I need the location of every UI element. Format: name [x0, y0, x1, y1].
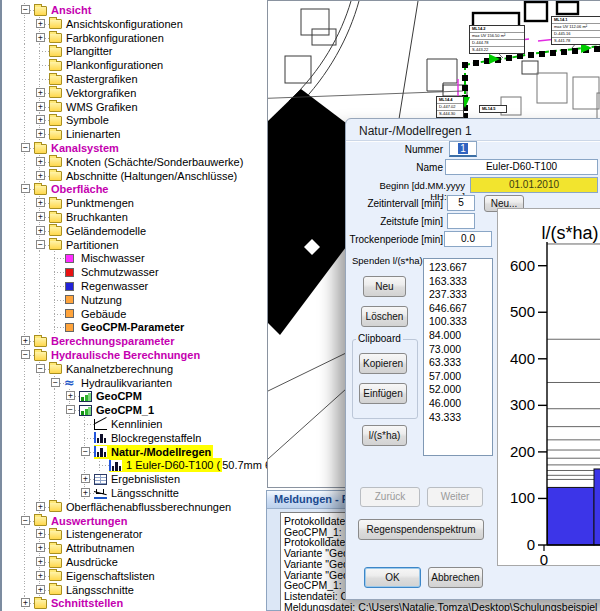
tree-item[interactable]: +Vektorgrafiken	[2, 86, 267, 100]
spenden-value[interactable]: 646.667	[429, 302, 492, 316]
name-field[interactable]: Euler-D60-T100	[445, 159, 598, 175]
tree-item[interactable]: +Ergebnislisten	[2, 472, 267, 486]
unit-button[interactable]: l/(s*ha)	[362, 425, 407, 446]
tree-expander-icon[interactable]: +	[81, 488, 90, 497]
tree-item[interactable]: +Farbkonfigurationen	[2, 31, 267, 45]
tree-expander-icon[interactable]: +	[36, 88, 45, 97]
tree-expander-icon[interactable]: −	[21, 184, 30, 193]
tree-expander-icon[interactable]: +	[36, 226, 45, 235]
tree-expander-icon[interactable]: +	[36, 212, 45, 221]
tree-expander-icon[interactable]: +	[66, 391, 75, 400]
spenden-value[interactable]: 52.000	[429, 383, 492, 397]
tree-expander-icon[interactable]: +	[36, 502, 45, 511]
tree-item[interactable]: +Längsschnitte	[2, 486, 267, 500]
tree-item[interactable]: +Längsschnitte	[2, 583, 267, 597]
spenden-value[interactable]: 100.333	[429, 315, 492, 329]
tree-expander-icon[interactable]: +	[21, 598, 30, 607]
tree-expander-icon[interactable]: −	[21, 5, 30, 14]
tree-item[interactable]: +Attributnamen	[2, 541, 267, 555]
kopieren-button[interactable]: Kopieren	[359, 353, 407, 374]
tree-item[interactable]: Regenwasser	[2, 279, 267, 293]
tree-item[interactable]: +Berechnungsparameter	[2, 334, 267, 348]
spenden-listbox[interactable]: 123.667163.333237.333646.667100.33384.00…	[423, 258, 493, 456]
tree-item[interactable]: Blockregenstaffeln	[2, 431, 267, 445]
tree-item[interactable]: +Oberflächenabflussberechnungen	[2, 500, 267, 514]
tree-item[interactable]: +Linienarten	[2, 127, 267, 141]
einfuegen-button[interactable]: Einfügen	[359, 383, 407, 404]
zeitstufe-field[interactable]	[447, 213, 475, 229]
tree-item[interactable]: −Oberfläche	[2, 182, 267, 196]
tree-expander-icon[interactable]: +	[36, 585, 45, 594]
ok-button[interactable]: OK	[364, 567, 421, 588]
nummer-field[interactable]: 1	[449, 141, 477, 157]
tree-expander-icon[interactable]: +	[36, 129, 45, 138]
tree-expander-icon[interactable]: +	[36, 171, 45, 180]
tree-item[interactable]: Nutzung	[2, 293, 267, 307]
tree-expander-icon[interactable]: +	[36, 157, 45, 166]
tree-item[interactable]: +Eigenschaftslisten	[2, 569, 267, 583]
tree-item[interactable]: +Abschnitte (Haltungen/Anschlüsse)	[2, 169, 267, 183]
tree-expander-icon[interactable]: +	[36, 19, 45, 28]
tree-item[interactable]: +GeoCPM	[2, 389, 267, 403]
tree-expander-icon[interactable]: +	[36, 543, 45, 552]
tree-item[interactable]: +Listengenerator	[2, 527, 267, 541]
tree-item[interactable]: −GeoCPM_1	[2, 403, 267, 417]
zeitintervall-field[interactable]: 5	[447, 195, 475, 211]
tree-expander-icon[interactable]: −	[36, 364, 45, 373]
tree-item[interactable]: +WMS Grafiken	[2, 100, 267, 114]
weiter-button[interactable]: Weiter	[427, 487, 483, 507]
tree-expander-icon[interactable]: +	[36, 198, 45, 207]
abbrechen-button[interactable]: Abbrechen	[428, 567, 483, 588]
tree-item[interactable]: Plangitter	[2, 44, 267, 58]
spenden-value[interactable]: 123.667	[429, 261, 492, 275]
tree-item[interactable]: −Kanalnetzberechnung	[2, 362, 267, 376]
neu-button[interactable]: Neu	[363, 276, 406, 297]
tree-item[interactable]: +Bruchkanten	[2, 210, 267, 224]
project-tree-panel[interactable]: −Ansicht+Ansichtskonfigurationen+Farbkon…	[0, 0, 267, 611]
spenden-value[interactable]: 46.000	[429, 397, 492, 411]
spenden-value[interactable]: 63.333	[429, 356, 492, 370]
tree-expander-icon[interactable]: −	[66, 405, 75, 414]
tree-item[interactable]: +Geländemodelle	[2, 224, 267, 238]
tree-item[interactable]: −Partitionen	[2, 238, 267, 252]
beginn-field[interactable]: 01.01.2010	[470, 177, 598, 193]
zurueck-button[interactable]: Zurück	[360, 487, 420, 507]
spenden-value[interactable]: 43.333	[429, 411, 492, 425]
tree-expander-icon[interactable]: −	[51, 378, 60, 387]
tree-item[interactable]: +Ausdrücke	[2, 555, 267, 569]
tree-item[interactable]: −Hydraulische Berechnungen	[2, 348, 267, 362]
tree-expander-icon[interactable]: +	[36, 115, 45, 124]
tree-item[interactable]: −Hydraulikvarianten	[2, 376, 267, 390]
spenden-value[interactable]: 73.000	[429, 343, 492, 357]
tree-item[interactable]: +Punktmengen	[2, 196, 267, 210]
tree-item[interactable]: +Symbole	[2, 113, 267, 127]
tree-expander-icon[interactable]: +	[81, 474, 90, 483]
tree-item[interactable]: +Schnittstellen	[2, 596, 267, 610]
tree-item[interactable]: Schmutzwasser	[2, 265, 267, 279]
spenden-value[interactable]: 57.000	[429, 370, 492, 384]
tree-expander-icon[interactable]: −	[21, 350, 30, 359]
tree-item[interactable]: Kennlinien	[2, 417, 267, 431]
tree-expander-icon[interactable]: −	[21, 516, 30, 525]
tree-expander-icon[interactable]: +	[36, 557, 45, 566]
tree-expander-icon[interactable]: +	[36, 571, 45, 580]
tree-expander-icon[interactable]: +	[36, 529, 45, 538]
tree-item[interactable]: GeoCPM-Parameter	[2, 320, 267, 334]
tree-item[interactable]: −Ansicht	[2, 3, 267, 17]
tree-item[interactable]: Mischwasser	[2, 251, 267, 265]
tree-expander-icon[interactable]: +	[36, 33, 45, 42]
loeschen-button[interactable]: Löschen	[361, 306, 408, 327]
tree-expander-icon[interactable]: +	[36, 102, 45, 111]
tree-item[interactable]: Plankonfigurationen	[2, 58, 267, 72]
tree-expander-icon[interactable]: −	[36, 240, 45, 249]
spenden-value[interactable]: 163.333	[429, 275, 492, 289]
tree-item[interactable]: −Natur-/Modellregen	[2, 445, 267, 459]
spenden-value[interactable]: 84.000	[429, 329, 492, 343]
tree-item[interactable]: 1 Euler-D60-T100 (50.7mm 60.0mir	[2, 458, 267, 472]
tree-expander-icon[interactable]: −	[81, 447, 90, 456]
tree-item[interactable]: +Knoten (Schächte/Sonderbauwerke)	[2, 155, 267, 169]
regenspendenspektrum-button[interactable]: Regenspendenspektrum	[358, 519, 484, 540]
tree-item[interactable]: −Kanalsystem	[2, 141, 267, 155]
tree-item[interactable]: −Auswertungen	[2, 514, 267, 528]
trockenperiode-field[interactable]: 0.0	[444, 231, 492, 247]
